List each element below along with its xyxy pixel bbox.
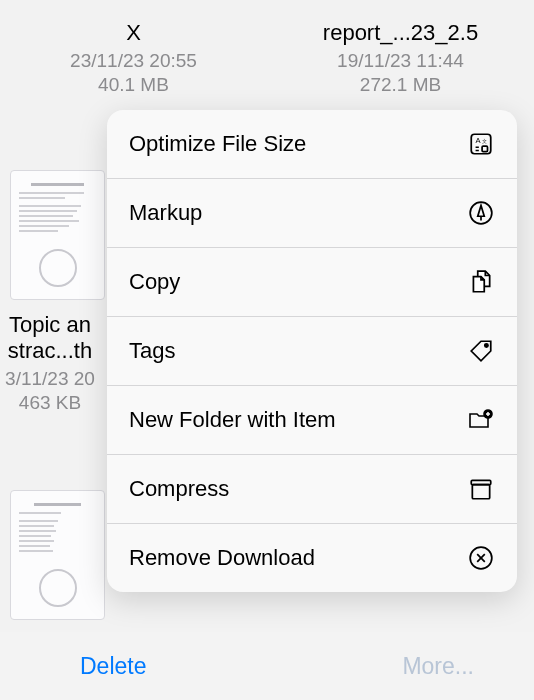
file-name-line2: strac...th (0, 338, 100, 364)
file-name-line1: Topic an (0, 312, 100, 338)
file-date: 3/11/23 20 (0, 368, 100, 390)
file-item-3[interactable]: Topic an strac...th 3/11/23 20 463 KB (0, 312, 100, 414)
svg-rect-13 (471, 480, 491, 484)
menu-label: Remove Download (129, 545, 315, 571)
file-grid: X 23/11/23 20:55 40.1 MB report_...23_2.… (0, 0, 534, 96)
file-name: X (126, 20, 141, 46)
svg-rect-12 (472, 485, 489, 499)
menu-remove-download[interactable]: Remove Download (107, 523, 517, 592)
menu-copy[interactable]: Copy (107, 247, 517, 316)
file-item-2[interactable]: report_...23_2.5 19/11/23 11:44 272.1 MB (277, 0, 524, 96)
file-date: 19/11/23 11:44 (337, 50, 464, 72)
menu-tags[interactable]: Tags (107, 316, 517, 385)
bottom-toolbar: Delete More... (0, 632, 534, 700)
file-thumb-1[interactable] (0, 170, 100, 300)
file-name: report_...23_2.5 (323, 20, 478, 46)
menu-markup[interactable]: Markup (107, 178, 517, 247)
delete-button[interactable]: Delete (80, 653, 146, 680)
file-size: 272.1 MB (360, 74, 441, 96)
svg-text:A: A (476, 136, 482, 145)
file-size: 463 KB (0, 392, 100, 414)
optimize-icon: A 文 (467, 130, 495, 158)
file-thumb-2[interactable] (0, 490, 110, 620)
tags-icon (467, 337, 495, 365)
svg-text:文: 文 (482, 138, 487, 144)
menu-optimize-file-size[interactable]: Optimize File Size A 文 (107, 110, 517, 178)
menu-new-folder[interactable]: New Folder with Item (107, 385, 517, 454)
new-folder-icon (467, 406, 495, 434)
more-button[interactable]: More... (402, 653, 474, 680)
remove-download-icon (467, 544, 495, 572)
menu-label: Compress (129, 476, 229, 502)
menu-label: Optimize File Size (129, 131, 306, 157)
context-menu: Optimize File Size A 文 Markup Copy (107, 110, 517, 592)
compress-icon (467, 475, 495, 503)
menu-label: New Folder with Item (129, 407, 336, 433)
file-size: 40.1 MB (98, 74, 169, 96)
copy-icon (467, 268, 495, 296)
file-date: 23/11/23 20:55 (70, 50, 197, 72)
menu-label: Copy (129, 269, 180, 295)
file-item-1[interactable]: X 23/11/23 20:55 40.1 MB (10, 0, 257, 96)
menu-label: Tags (129, 338, 175, 364)
menu-label: Markup (129, 200, 202, 226)
markup-icon (467, 199, 495, 227)
svg-rect-5 (482, 146, 487, 151)
svg-point-8 (485, 344, 488, 347)
menu-compress[interactable]: Compress (107, 454, 517, 523)
